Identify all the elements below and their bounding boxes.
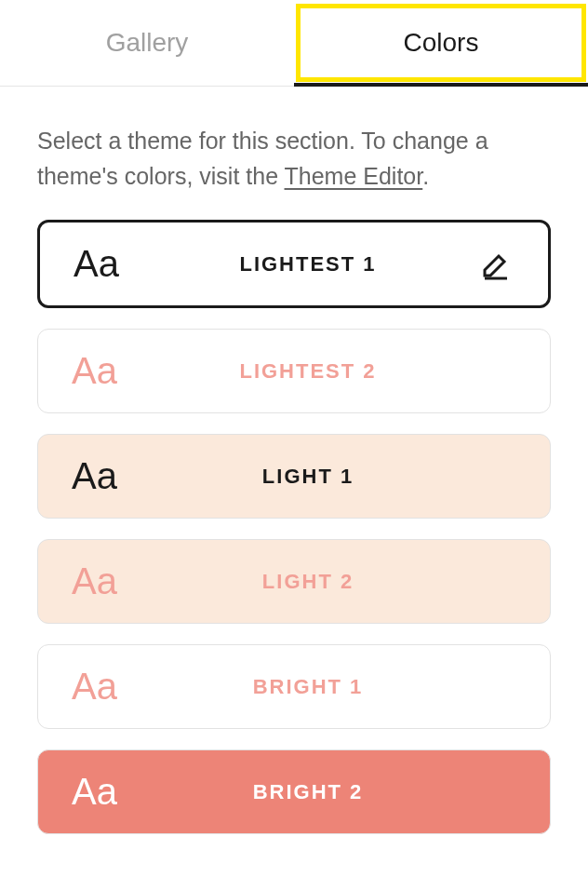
theme-sample-text: Aa (72, 771, 137, 813)
tab-gallery[interactable]: Gallery (0, 0, 294, 86)
theme-card-lightest-2[interactable]: AaLIGHTEST 2 (37, 329, 551, 413)
content-area: Select a theme for this section. To chan… (0, 87, 588, 871)
theme-editor-link[interactable]: Theme Editor (285, 163, 423, 189)
theme-label: LIGHTEST 2 (137, 359, 479, 384)
theme-list: AaLIGHTEST 1AaLIGHTEST 2AaLIGHT 1AaLIGHT… (37, 220, 551, 834)
tab-gallery-label: Gallery (106, 28, 189, 57)
theme-sample-text: Aa (72, 560, 137, 602)
theme-card-light-1[interactable]: AaLIGHT 1 (37, 434, 551, 519)
theme-label: BRIGHT 2 (137, 780, 479, 804)
tabs-container: Gallery Colors (0, 0, 588, 87)
theme-card-light-2[interactable]: AaLIGHT 2 (37, 539, 551, 624)
description-text: Select a theme for this section. To chan… (37, 124, 551, 194)
theme-card-lightest-1[interactable]: AaLIGHTEST 1 (37, 220, 551, 308)
theme-sample-text: Aa (72, 350, 137, 392)
tab-active-indicator (294, 83, 588, 87)
theme-label: LIGHTEST 1 (139, 252, 477, 277)
tab-colors-label: Colors (404, 28, 479, 57)
description-after: . (422, 163, 429, 189)
theme-sample-text: Aa (74, 243, 139, 285)
theme-sample-text: Aa (72, 455, 137, 497)
edit-icon[interactable] (477, 246, 514, 283)
theme-label: LIGHT 1 (137, 465, 479, 489)
theme-card-bright-1[interactable]: AaBRIGHT 1 (37, 644, 551, 729)
theme-sample-text: Aa (72, 666, 137, 708)
tab-colors[interactable]: Colors (294, 0, 588, 86)
theme-label: BRIGHT 1 (137, 675, 479, 699)
theme-card-bright-2[interactable]: AaBRIGHT 2 (37, 749, 551, 834)
theme-label: LIGHT 2 (137, 570, 479, 594)
